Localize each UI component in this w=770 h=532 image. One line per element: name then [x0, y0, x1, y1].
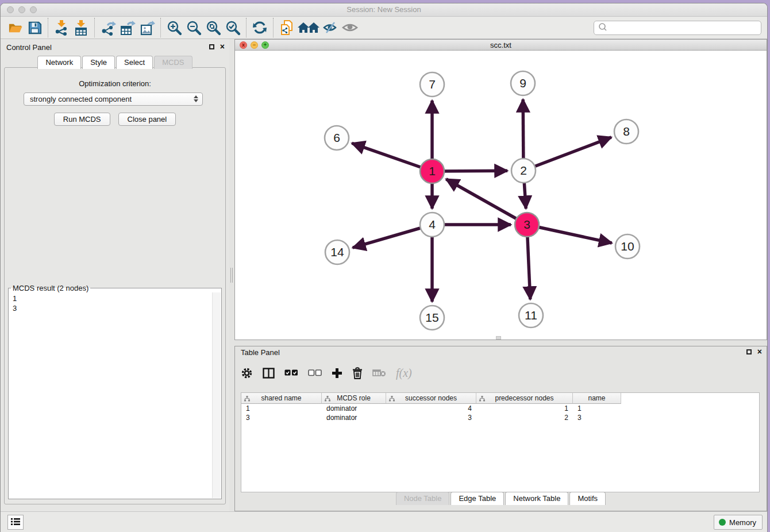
graph-node-7[interactable]: 7	[420, 72, 444, 97]
import-table-icon[interactable]	[71, 19, 91, 36]
table-cell[interactable]: 2	[476, 413, 573, 422]
tab-mcds[interactable]: MCDS	[154, 56, 192, 69]
export-image-icon[interactable]	[137, 19, 157, 36]
column-header-name[interactable]: name	[573, 393, 621, 404]
optimization-criterion-label: Optimization criterion:	[5, 79, 225, 88]
tab-edge-table[interactable]: Edge Table	[451, 492, 504, 505]
settings-gear-icon[interactable]	[241, 367, 253, 379]
zoom-selected-icon[interactable]	[223, 19, 242, 36]
close-panel-button[interactable]: Close panel	[118, 113, 176, 126]
graph-node-3[interactable]: 3	[515, 213, 539, 237]
graph-node-2[interactable]: 2	[511, 159, 536, 183]
column-header-label: shared name	[261, 394, 301, 402]
close-panel-icon[interactable]: ×	[220, 43, 225, 50]
optimization-criterion-select[interactable]: strongly connected component	[24, 92, 203, 106]
graph-node-11[interactable]: 11	[519, 303, 543, 327]
table-cell[interactable]: 1	[476, 404, 573, 413]
control-panel-header: Control Panel ×	[1, 41, 229, 54]
table-cell[interactable]: dominator	[322, 404, 386, 413]
graph-node-1[interactable]: 1	[420, 159, 444, 183]
column-header-label: name	[588, 394, 605, 402]
panel-split-divider[interactable]	[229, 39, 234, 511]
memory-button[interactable]: Memory	[714, 515, 763, 530]
tab-select[interactable]: Select	[116, 56, 153, 69]
show-eye-icon[interactable]	[340, 19, 360, 36]
import-network-icon[interactable]	[52, 19, 71, 36]
graph-node-9[interactable]: 9	[511, 71, 535, 95]
tab-motifs[interactable]: Motifs	[569, 492, 606, 505]
toolbar-separator	[273, 18, 274, 37]
graph-edge-3-10[interactable]	[527, 225, 612, 243]
table-panel-title: Table Panel	[241, 348, 280, 357]
table-cell[interactable]: dominator	[322, 413, 386, 422]
column-header-predecessor-nodes[interactable]: predecessor nodes	[476, 393, 573, 404]
table-cell[interactable]: 3	[573, 413, 621, 422]
toggle-columns-icon[interactable]	[263, 368, 275, 379]
open-session-icon[interactable]	[5, 19, 25, 36]
search-box	[594, 21, 761, 35]
graph-node-15[interactable]: 15	[420, 306, 444, 330]
toolbar-separator	[246, 18, 247, 37]
graph-node-label: 9	[519, 76, 526, 90]
close-table-panel-icon[interactable]: ×	[757, 348, 762, 355]
delete-row-icon[interactable]	[352, 367, 363, 379]
table-cell[interactable]: 1	[573, 404, 621, 413]
mcds-result-title: MCDS result (2 nodes)	[11, 284, 90, 292]
float-panel-icon[interactable]	[209, 44, 214, 49]
run-mcds-button[interactable]: Run MCDS	[54, 113, 110, 126]
table-row[interactable]: 1dominator411	[241, 404, 759, 413]
copy-network-icon[interactable]	[277, 19, 297, 36]
graph-node-10[interactable]: 10	[615, 234, 640, 259]
function-builder-icon: f(x)	[396, 367, 412, 380]
window-title: Session: New Session	[1, 5, 767, 14]
node-table[interactable]: shared nameMCDS rolesuccessor nodesprede…	[241, 392, 760, 492]
task-history-button[interactable]	[7, 515, 24, 530]
export-table-icon[interactable]	[118, 19, 137, 36]
network-graph[interactable]: 1234678910111415	[235, 51, 767, 340]
table-cell[interactable]: 3	[241, 413, 322, 422]
table-cell[interactable]: 1	[241, 404, 322, 413]
zoom-in-icon[interactable]	[164, 19, 184, 36]
divider-grip[interactable]	[230, 268, 233, 283]
graph-node-6[interactable]: 6	[325, 126, 349, 150]
mcds-result-list: 13	[9, 292, 212, 498]
deselect-all-checks-icon[interactable]	[308, 369, 322, 376]
home-icon[interactable]	[297, 19, 321, 36]
column-header-successor-nodes[interactable]: successor nodes	[386, 393, 476, 404]
graph-node-8[interactable]: 8	[614, 119, 638, 144]
graph-node-14[interactable]: 14	[325, 240, 349, 264]
graph-edge-2-8[interactable]	[523, 137, 611, 171]
selected-option-label: strongly connected component	[30, 95, 132, 103]
result-scrollbar[interactable]	[212, 292, 221, 498]
tab-node-table[interactable]: Node Table	[396, 492, 450, 505]
zoom-out-icon[interactable]	[184, 19, 203, 36]
toolbar-separator	[160, 18, 161, 37]
tab-network-table[interactable]: Network Table	[505, 492, 568, 505]
add-row-icon[interactable]	[332, 368, 342, 379]
graph-node-4[interactable]: 4	[420, 213, 444, 237]
zoom-fit-icon[interactable]	[203, 19, 223, 36]
graph-edge-3-1[interactable]	[446, 179, 527, 225]
save-session-icon[interactable]	[25, 19, 44, 36]
export-network-icon[interactable]	[98, 19, 118, 36]
graph-node-label: 6	[333, 131, 340, 144]
tab-network[interactable]: Network	[37, 56, 81, 69]
network-resize-grip[interactable]	[496, 336, 501, 340]
column-header-label: MCDS role	[337, 394, 371, 402]
select-all-checks-icon[interactable]	[284, 369, 298, 376]
mcds-result-box: MCDS result (2 nodes) 13	[8, 284, 222, 499]
network-canvas[interactable]: 1234678910111415	[235, 51, 767, 340]
search-input[interactable]	[608, 22, 761, 34]
table-toolbar: f(x)	[241, 361, 412, 384]
table-row[interactable]: 3dominator323	[241, 413, 759, 422]
main-toolbar	[1, 17, 767, 39]
column-header-shared-name[interactable]: shared name	[241, 393, 322, 404]
float-table-panel-icon[interactable]	[746, 349, 752, 354]
column-header-MCDS-role[interactable]: MCDS role	[322, 393, 386, 404]
table-cell[interactable]: 3	[386, 413, 476, 422]
hide-eye-icon[interactable]	[321, 19, 340, 36]
toolbar-separator	[48, 18, 48, 37]
refresh-icon[interactable]	[250, 19, 270, 36]
table-cell[interactable]: 4	[386, 404, 476, 413]
tab-style[interactable]: Style	[82, 56, 115, 69]
